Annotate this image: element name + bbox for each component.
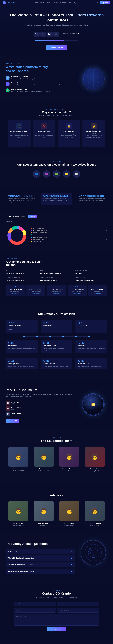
- nav-team[interactable]: Team: [68, 2, 71, 4]
- team-name-2: Donavan Anderson: [58, 468, 81, 470]
- advisor-name-0: Evelyn Snyder: [7, 522, 30, 524]
- ico-phase-2: 3rd Phase 350 ETH Tokens Feb 9, 2018 (GM…: [47, 285, 66, 296]
- advisor-avatar-0: 👨: [9, 501, 28, 521]
- doc-item-2: 📝 Terms & Usage 1MB: [6, 412, 75, 416]
- presale-boxes: 10 24 50 37: [34, 32, 59, 37]
- send-message-button[interactable]: Send Message: [47, 627, 66, 632]
- nav-features[interactable]: Features: [46, 2, 51, 4]
- faq-item-1[interactable]: What is blockchain and how does it work?…: [6, 555, 75, 561]
- feature-title-0: Decentralised Platform: [11, 76, 66, 78]
- rm-line-4: [77, 336, 88, 336]
- why-card-title-0: Mobile payment made easy: [10, 131, 29, 132]
- advisors-grid: 👨 Evelyn Snyder Blockchain Advisor 👨 Chr…: [6, 501, 107, 526]
- download-all-button[interactable]: Download All: [6, 419, 20, 423]
- team-title: The Leadership Team: [6, 439, 107, 443]
- newsletter-section: Don't miss out, Stay updated Enter your …: [0, 638, 113, 644]
- doc-icon-pdf-1: 📄: [6, 406, 10, 410]
- loading-text: Loading Prices...: [6, 221, 107, 222]
- why-cards: 📱 Mobile payment made easy Pay and recei…: [6, 120, 107, 147]
- logo[interactable]: CNLCOIN: [3, 1, 15, 4]
- faq-item-2[interactable]: How can I participate in the ICO Token? …: [6, 562, 75, 568]
- feature-title-1: Crowd Wisdom: [11, 82, 68, 84]
- legend-pct-2: 10%: [105, 232, 107, 234]
- docs-title: Read Our Documents: [6, 388, 75, 392]
- message-input[interactable]: [14, 614, 99, 626]
- roadmap-item-3: July 2021 App beta-test Beta testing of …: [6, 340, 38, 353]
- why-card-desc-3: State-of-the-art security protocols ensu…: [84, 135, 103, 140]
- roadmap-timeline: [6, 336, 107, 337]
- chart-legend: ICO Tokens (40%) 40% Founders & Team (15…: [31, 228, 107, 243]
- roadmap-item-7: Jan 2022 Security complete Full security…: [40, 358, 73, 369]
- purchase-token-button[interactable]: Purchase Token: [46, 46, 67, 50]
- advisor-role-1: Legal Advisor: [32, 524, 55, 526]
- legend-dot-founders: [31, 230, 32, 231]
- legend-pct-0: 40%: [105, 228, 107, 229]
- feature-desc-1: With crowd wisdom, we are able to provid…: [11, 84, 68, 86]
- advisor-role-2: Financial Advisor: [58, 524, 81, 526]
- rm-line-2: [51, 336, 62, 336]
- feature-desc-0: Our platform is decentralised, meaning a…: [11, 78, 66, 80]
- contact-phone: 📞 +1 234 567 890: [52, 597, 63, 598]
- legend-label-2: Bounty & Marketing (10%): [33, 232, 48, 234]
- eco-icon-3: 🟡: [63, 170, 70, 178]
- nav-roadmap[interactable]: Roadmap: [60, 2, 66, 4]
- legend-dot-bounty: [31, 232, 32, 233]
- name-input[interactable]: [14, 602, 56, 606]
- nav-tokens[interactable]: Tokens: [53, 2, 58, 4]
- legend-label-4: Legal & Regulatory (5%): [33, 236, 47, 238]
- faq-arrow-3: ▶: [71, 570, 73, 572]
- globe-circle: [82, 68, 104, 90]
- team-grid: 👨 Lewandowsky Co-Founder & CEO 👨 Herman …: [6, 447, 107, 472]
- why-tag: WHY CHOOSE OUR TOKEN: [6, 109, 107, 110]
- faq-item-3[interactable]: How can I benefit from the ICO Token? ▶: [6, 569, 75, 574]
- buy-now-button[interactable]: Buy Now: [28, 215, 37, 218]
- advisor-role-3: Strategy Advisor: [83, 524, 106, 526]
- why-card-desc-2: We use advanced cryptographic methods to…: [60, 133, 78, 138]
- legend-item-0: ICO Tokens (40%) 40%: [31, 228, 107, 229]
- roadmap-item-5: Sep 2021 Partnerships Strategic partners…: [75, 340, 107, 353]
- legend-item-1: Founders & Team (15%) 15%: [31, 230, 107, 231]
- ecosystem-title: Our Ecosystem based on blockchain and we…: [6, 163, 107, 166]
- nav-faq[interactable]: FAQ: [73, 2, 76, 4]
- subject-input[interactable]: [14, 608, 56, 612]
- ico-detail-3: Number of tokens for sale Feb 9, 2018 9:…: [6, 277, 38, 281]
- protect-right: PROTECT YOUR BLOCKCHAIN NODES Our techno…: [75, 193, 107, 205]
- buy-token-button[interactable]: Buy Token: [100, 1, 110, 4]
- faq-tag: FAQ: [6, 540, 75, 541]
- rm-dot-0: [23, 336, 25, 337]
- doc-name-1: Privacy & Policy: [11, 407, 22, 409]
- doc-item-0: 📄 White Paper 2MB: [6, 401, 75, 405]
- faq-question-2: How can I participate in the ICO Token?: [8, 564, 34, 566]
- ico-phase-4: 5th Phase 475 ETH Tokens Feb 9, 2018 (GM…: [88, 285, 107, 296]
- team-card-0: 👨 Lewandowsky Co-Founder & CEO: [7, 447, 30, 472]
- faq-dial-inner: [85, 544, 102, 561]
- about-title: We've built a platform to buy and sell s…: [6, 65, 73, 73]
- nav-about[interactable]: About: [40, 2, 44, 4]
- legend-label-6: Advisors (10%): [33, 241, 42, 242]
- nav-home[interactable]: Home: [34, 2, 38, 4]
- nav: Home About Features Tokens Roadmap Team …: [34, 2, 76, 4]
- contact-section: CONTACT Contact ICO Crypto ✉ info@icocry…: [0, 583, 113, 638]
- faq-item-0[interactable]: What is ICO? ▼: [6, 548, 75, 554]
- legend-label-5: Development (10%): [33, 239, 45, 240]
- ico-detail-5: Minimal transaction Feb 9, 2018 9:00 AM …: [75, 277, 107, 281]
- legend-item-2: Bounty & Marketing (10%) 10%: [31, 232, 107, 234]
- login-link[interactable]: Login: [95, 2, 98, 4]
- form-row-2: [14, 608, 99, 612]
- protect-left-desc: Our technology provides comprehensive pr…: [8, 198, 35, 203]
- feature-item-1: 🌐 Crowd Wisdom With crowd wisdom, we are…: [6, 82, 73, 86]
- faq-inner: FAQ Frequently Asked Questions What is I…: [6, 540, 107, 576]
- rm-line-1: [38, 336, 49, 336]
- about-tag: WHAT IS CNLCOIN?: [6, 63, 73, 64]
- presale-counter-group: Pre-sale & Coin Now 10 24 50 37: [34, 29, 59, 37]
- feature-icon-crowd: 🌐: [6, 82, 10, 86]
- legend-pct-1: 15%: [105, 230, 107, 231]
- presale-label: Pre-sale & Coin Now: [34, 29, 59, 31]
- faq-section: FAQ Frequently Asked Questions What is I…: [0, 533, 113, 583]
- protect-right-desc: Our technology provides comprehensive pr…: [78, 198, 105, 203]
- presale-days: 10: [34, 32, 40, 37]
- phone-input[interactable]: [57, 608, 99, 612]
- why-card-title-1: No transaction fee: [35, 131, 53, 132]
- hero-title: The World's 1st ICO Platform That Offers…: [6, 12, 107, 23]
- email-input[interactable]: [57, 602, 99, 606]
